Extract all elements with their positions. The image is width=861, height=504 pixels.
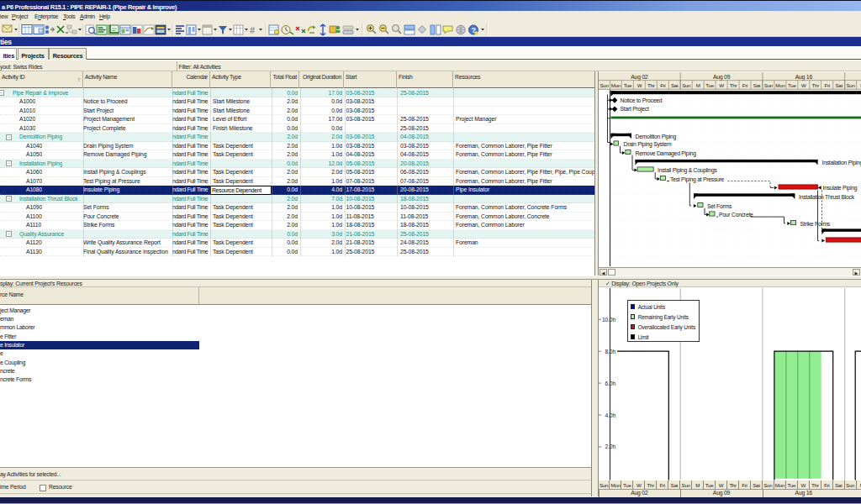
svg-text:Insulate Piping: Insulate Piping [823, 185, 858, 192]
svg-text:Sat: Sat [671, 82, 679, 88]
svg-text:Aug 02: Aug 02 [631, 74, 648, 81]
svg-text:Aug 16: Aug 16 [795, 74, 813, 81]
svg-text:Installation Piping: Installation Piping [822, 160, 861, 166]
svg-text:Tue: Tue [705, 82, 714, 88]
svg-text:Tue: Tue [788, 82, 796, 88]
svg-text:Sat: Sat [836, 82, 843, 88]
svg-text:W: W [801, 82, 806, 88]
svg-text:8.0h: 8.0h [605, 349, 616, 354]
svg-text:#: # [250, 25, 256, 35]
svg-text:6.0h: 6.0h [605, 381, 616, 386]
svg-text:Fri: Fri [660, 82, 665, 88]
svg-text:2.0h: 2.0h [605, 444, 616, 449]
svg-text:Thr: Thr [812, 82, 820, 88]
svg-text:Sun: Sun [764, 82, 774, 88]
svg-text:Strike Forms: Strike Forms [800, 221, 831, 227]
svg-text:Sun: Sun [600, 82, 609, 88]
svg-text:Sat: Sat [753, 82, 761, 88]
svg-text:Drain Piping System: Drain Piping System [624, 141, 672, 148]
svg-text:Thr: Thr [730, 82, 737, 88]
svg-text:Start Project: Start Project [621, 106, 650, 113]
svg-text:Set Forms: Set Forms [707, 203, 732, 209]
svg-text:4.0h: 4.0h [605, 412, 616, 418]
svg-text:W: W [637, 82, 642, 88]
svg-text:Test Piping at Pressure: Test Piping at Pressure [670, 176, 725, 183]
svg-text:Notice to Proceed: Notice to Proceed [621, 97, 663, 103]
svg-text:Pour Concrete: Pour Concrete [719, 212, 753, 218]
svg-text:Remove Damaged Piping: Remove Damaged Piping [636, 150, 697, 157]
svg-text:Install Piping & Couplings: Install Piping & Couplings [658, 167, 717, 174]
svg-text:10.0h: 10.0h [602, 317, 615, 323]
svg-text:Mon: Mon [611, 82, 621, 88]
svg-text:Fri: Fri [825, 82, 830, 88]
svg-text:Tue: Tue [624, 82, 632, 88]
svg-text:Fri: Fri [742, 82, 747, 88]
svg-text:Demolition Piping: Demolition Piping [636, 134, 677, 140]
svg-text:Sun: Sun [847, 82, 856, 88]
svg-text:Sun: Sun [682, 82, 691, 88]
svg-text:W: W [719, 82, 724, 88]
svg-text:Thr: Thr [647, 82, 655, 88]
svg-text:Installation Thrust Block: Installation Thrust Block [799, 194, 855, 200]
svg-text:Mon: Mon [775, 82, 785, 88]
svg-text:Aug 09: Aug 09 [713, 74, 731, 81]
svg-text:M: M [696, 82, 700, 88]
